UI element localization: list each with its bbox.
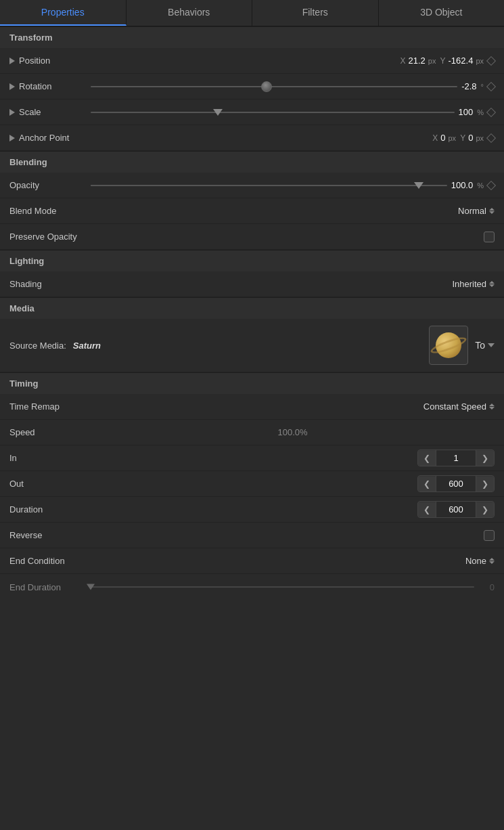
time-remap-arrow-down — [489, 407, 495, 410]
duration-decrement-button[interactable]: ❮ — [418, 502, 436, 517]
scale-keyframe-diamond[interactable] — [486, 107, 496, 116]
time-remap-row: Time Remap Constant Speed — [0, 394, 504, 420]
tab-properties[interactable]: Properties — [0, 0, 127, 26]
saturn-planet-icon — [436, 332, 461, 358]
preserve-opacity-label: Preserve Opacity — [9, 232, 91, 242]
to-button[interactable]: To — [475, 340, 495, 351]
time-remap-arrows — [489, 403, 495, 410]
end-duration-slider[interactable] — [91, 586, 474, 588]
in-increment-button[interactable]: ❯ — [476, 451, 494, 466]
blend-mode-arrow-up — [489, 208, 495, 211]
opacity-keyframe-diamond[interactable] — [486, 180, 496, 190]
shading-arrows — [489, 281, 495, 287]
rotation-row: Rotation -2.8 ° — [0, 74, 504, 100]
anchor-point-label: Anchor Point — [9, 133, 91, 143]
reverse-label: Reverse — [9, 530, 91, 540]
preserve-opacity-value — [91, 232, 495, 242]
opacity-label: Opacity — [9, 180, 91, 190]
preserve-opacity-checkbox[interactable] — [484, 232, 495, 242]
opacity-row: Opacity 100.0 % — [0, 173, 504, 198]
position-expand-icon[interactable] — [9, 58, 15, 64]
media-thumbnail[interactable] — [429, 326, 468, 365]
duration-row: Duration ❮ 600 ❯ — [0, 497, 504, 523]
scale-label: Scale — [9, 107, 91, 117]
time-remap-select[interactable]: Constant Speed — [423, 401, 495, 412]
scale-thumb[interactable] — [213, 109, 223, 116]
end-condition-row: End Condition None — [0, 548, 504, 574]
rotation-track — [91, 86, 457, 87]
end-condition-label: End Condition — [9, 556, 91, 566]
opacity-slider[interactable] — [91, 185, 447, 186]
position-y-group: Y -162.4 px — [440, 56, 484, 66]
end-duration-row: End Duration 0 — [0, 574, 504, 600]
duration-stepper: ❮ 600 ❯ — [417, 501, 495, 518]
opacity-track — [91, 185, 447, 186]
anchor-x-group: X 0 px — [432, 133, 456, 143]
rotation-keyframe-diamond[interactable] — [486, 81, 496, 91]
anchor-point-value: X 0 px Y 0 px — [91, 133, 495, 143]
opacity-thumb[interactable] — [414, 182, 423, 189]
blend-mode-row: Blend Mode Normal — [0, 198, 504, 224]
in-decrement-button[interactable]: ❮ — [418, 451, 436, 466]
rotation-expand-icon[interactable] — [9, 83, 15, 90]
rotation-slider[interactable] — [91, 86, 457, 87]
time-remap-value: Constant Speed — [91, 401, 495, 412]
speed-value: 100.0% — [91, 427, 495, 437]
position-x-group: X 21.2 px — [400, 56, 436, 66]
in-value: ❮ 1 ❯ — [91, 450, 495, 466]
duration-increment-button[interactable]: ❯ — [476, 502, 494, 517]
end-condition-arrows — [489, 558, 495, 564]
shading-arrow-down — [489, 284, 495, 287]
out-increment-button[interactable]: ❯ — [476, 477, 494, 492]
to-chevron-icon — [488, 343, 495, 347]
shading-select[interactable]: Inherited — [452, 279, 495, 289]
transform-section-header: Transform — [0, 27, 504, 48]
end-condition-arrow-down — [489, 561, 495, 564]
end-condition-select[interactable]: None — [465, 556, 495, 566]
duration-stepper-value[interactable]: 600 — [436, 502, 476, 517]
source-media-label: Source Media: — [9, 341, 66, 351]
in-label: In — [9, 453, 91, 463]
in-stepper-value[interactable]: 1 — [436, 450, 476, 466]
end-condition-value: None — [91, 556, 495, 566]
anchor-point-expand-icon[interactable] — [9, 135, 15, 141]
anchor-keyframe-diamond[interactable] — [486, 133, 496, 142]
out-value: ❮ 600 ❯ — [91, 475, 495, 492]
media-content: Source Media: Saturn To — [0, 319, 504, 372]
end-duration-value: 0 — [481, 582, 495, 592]
out-label: Out — [9, 479, 91, 489]
duration-label: Duration — [9, 504, 91, 515]
out-stepper-value[interactable]: 600 — [436, 476, 476, 492]
rotation-thumb[interactable] — [261, 81, 272, 92]
reverse-checkbox[interactable] — [484, 530, 495, 541]
tab-behaviors[interactable]: Behaviors — [127, 0, 253, 26]
reverse-row: Reverse — [0, 523, 504, 548]
scale-row: Scale 100 % — [0, 100, 504, 125]
timing-section-header: Timing — [0, 373, 504, 394]
anchor-y-group: Y 0 px — [460, 133, 484, 143]
media-section-header: Media — [0, 298, 504, 319]
blend-mode-select[interactable]: Normal — [458, 206, 495, 216]
preserve-opacity-row: Preserve Opacity — [0, 224, 504, 250]
blend-mode-value: Normal — [91, 206, 495, 216]
out-row: Out ❮ 600 ❯ — [0, 471, 504, 497]
blend-mode-label: Blend Mode — [9, 206, 91, 216]
source-media-name: Saturn — [73, 341, 101, 351]
scale-expand-icon[interactable] — [9, 109, 15, 116]
time-remap-arrow-up — [489, 403, 495, 406]
time-remap-label: Time Remap — [9, 401, 91, 412]
anchor-point-row: Anchor Point X 0 px Y 0 px — [0, 125, 504, 151]
reverse-value — [91, 530, 495, 541]
tab-filters[interactable]: Filters — [252, 0, 379, 26]
out-decrement-button[interactable]: ❮ — [418, 477, 436, 492]
scale-value: 100 % — [91, 107, 495, 117]
scale-track — [91, 112, 455, 113]
speed-label: Speed — [9, 427, 91, 437]
opacity-value: 100.0 % — [91, 180, 495, 190]
shading-arrow-up — [489, 281, 495, 284]
position-keyframe-diamond[interactable] — [486, 56, 496, 65]
speed-row: Speed 100.0% — [0, 420, 504, 445]
scale-slider[interactable] — [91, 112, 455, 113]
position-label: Position — [9, 56, 91, 66]
tab-3d-object[interactable]: 3D Object — [379, 0, 505, 26]
